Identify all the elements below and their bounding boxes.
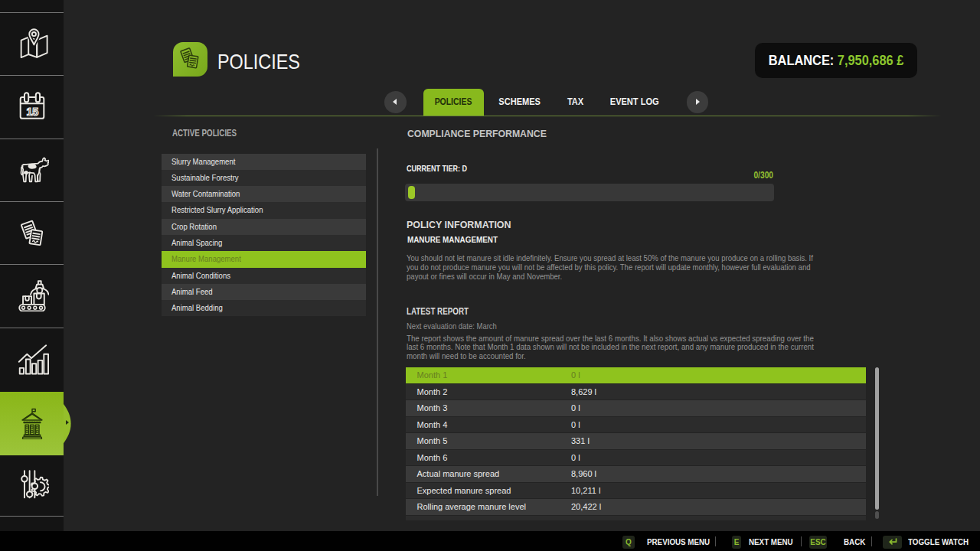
svg-text:15: 15 [26, 105, 38, 117]
